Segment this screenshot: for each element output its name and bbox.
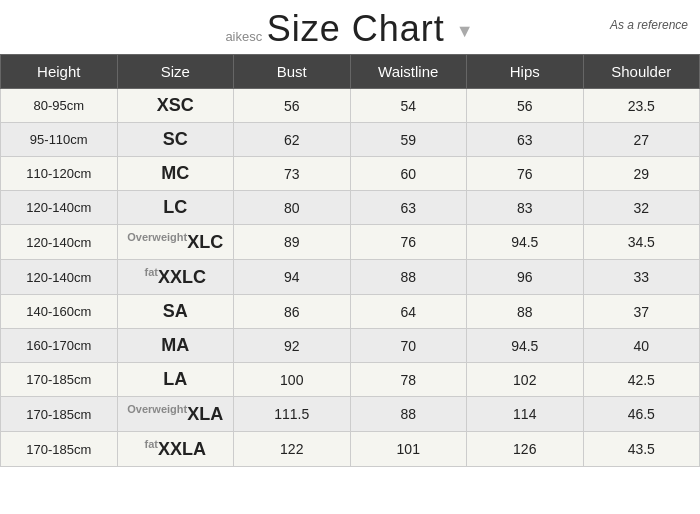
cell-bust: 86 [234,295,351,329]
cell-bust: 111.5 [234,397,351,432]
dropdown-icon[interactable]: ▼ [456,21,475,41]
table-row: 120-140cmfatXXLC94889633 [1,260,700,295]
col-header-waistline: Waistline [350,55,467,89]
cell-hips: 102 [467,363,584,397]
cell-hips: 63 [467,123,584,157]
page: aikesc Size Chart ▼ As a reference Heigh… [0,0,700,514]
cell-shoulder: 34.5 [583,225,700,260]
cell-waistline: 101 [350,432,467,467]
cell-hips: 76 [467,157,584,191]
cell-waistline: 78 [350,363,467,397]
cell-bust: 62 [234,123,351,157]
cell-hips: 83 [467,191,584,225]
table-row: 120-140cmLC80638332 [1,191,700,225]
table-row: 170-185cmOverweightXLA111.58811446.5 [1,397,700,432]
cell-hips: 88 [467,295,584,329]
cell-shoulder: 42.5 [583,363,700,397]
cell-shoulder: 40 [583,329,700,363]
cell-waistline: 76 [350,225,467,260]
cell-height: 95-110cm [1,123,118,157]
cell-shoulder: 29 [583,157,700,191]
col-header-hips: Hips [467,55,584,89]
page-title: Size Chart ▼ [267,8,475,49]
cell-size: MA [117,329,234,363]
reference-label: As a reference [610,18,688,32]
cell-shoulder: 37 [583,295,700,329]
cell-hips: 56 [467,89,584,123]
cell-hips: 94.5 [467,329,584,363]
cell-waistline: 63 [350,191,467,225]
cell-height: 170-185cm [1,397,118,432]
cell-bust: 89 [234,225,351,260]
cell-height: 120-140cm [1,225,118,260]
cell-height: 80-95cm [1,89,118,123]
table-row: 95-110cmSC62596327 [1,123,700,157]
cell-height: 110-120cm [1,157,118,191]
cell-bust: 100 [234,363,351,397]
table-row: 160-170cmMA927094.540 [1,329,700,363]
cell-shoulder: 27 [583,123,700,157]
cell-height: 170-185cm [1,432,118,467]
table-row: 120-140cmOverweightXLC897694.534.5 [1,225,700,260]
header: aikesc Size Chart ▼ As a reference [0,0,700,54]
cell-waistline: 64 [350,295,467,329]
cell-bust: 73 [234,157,351,191]
cell-shoulder: 46.5 [583,397,700,432]
table-header-row: Height Size Bust Waistline Hips Shoulder [1,55,700,89]
cell-height: 160-170cm [1,329,118,363]
cell-size: MC [117,157,234,191]
cell-waistline: 54 [350,89,467,123]
cell-height: 170-185cm [1,363,118,397]
cell-height: 120-140cm [1,191,118,225]
title-text: Size Chart [267,8,456,49]
col-header-shoulder: Shoulder [583,55,700,89]
cell-size: OverweightXLC [117,225,234,260]
cell-bust: 122 [234,432,351,467]
cell-size: fatXXLC [117,260,234,295]
cell-bust: 94 [234,260,351,295]
table-row: 170-185cmLA1007810242.5 [1,363,700,397]
cell-size: SA [117,295,234,329]
cell-waistline: 88 [350,397,467,432]
cell-shoulder: 43.5 [583,432,700,467]
size-chart-table: Height Size Bust Waistline Hips Shoulder… [0,54,700,467]
cell-height: 120-140cm [1,260,118,295]
col-header-bust: Bust [234,55,351,89]
table-row: 80-95cmXSC56545623.5 [1,89,700,123]
col-header-height: Height [1,55,118,89]
cell-size: OverweightXLA [117,397,234,432]
table-row: 110-120cmMC73607629 [1,157,700,191]
cell-waistline: 59 [350,123,467,157]
cell-size: SC [117,123,234,157]
brand-label: aikesc [225,29,262,44]
cell-height: 140-160cm [1,295,118,329]
cell-size: LA [117,363,234,397]
table-row: 140-160cmSA86648837 [1,295,700,329]
cell-bust: 56 [234,89,351,123]
table-row: 170-185cmfatXXLA12210112643.5 [1,432,700,467]
cell-size: XSC [117,89,234,123]
cell-size: fatXXLA [117,432,234,467]
cell-waistline: 88 [350,260,467,295]
cell-hips: 114 [467,397,584,432]
cell-bust: 80 [234,191,351,225]
cell-hips: 94.5 [467,225,584,260]
cell-size: LC [117,191,234,225]
cell-bust: 92 [234,329,351,363]
col-header-size: Size [117,55,234,89]
cell-waistline: 60 [350,157,467,191]
cell-shoulder: 32 [583,191,700,225]
cell-shoulder: 33 [583,260,700,295]
cell-waistline: 70 [350,329,467,363]
cell-shoulder: 23.5 [583,89,700,123]
cell-hips: 96 [467,260,584,295]
cell-hips: 126 [467,432,584,467]
